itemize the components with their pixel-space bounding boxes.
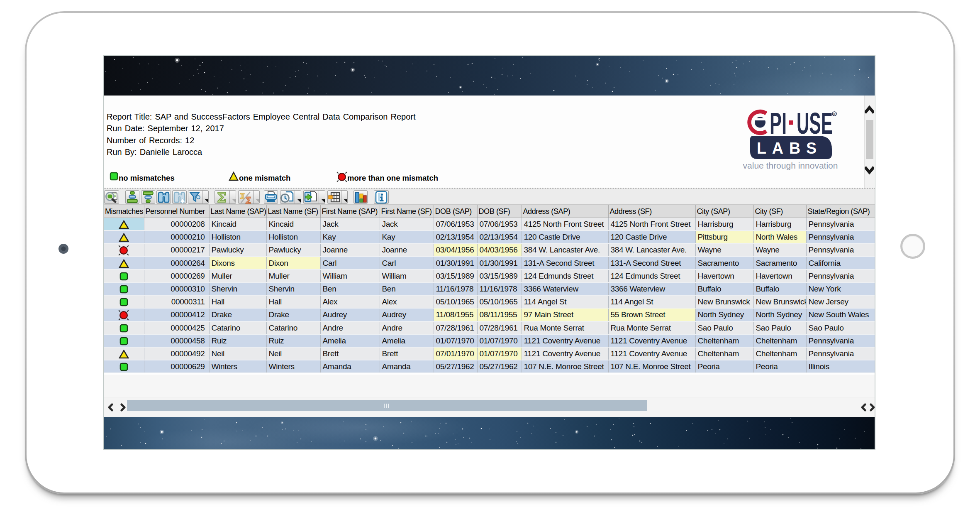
svg-text:USE: USE bbox=[797, 108, 833, 140]
svg-text:R: R bbox=[833, 113, 836, 116]
svg-text:value through innovation: value through innovation bbox=[743, 161, 838, 170]
svg-text:PI: PI bbox=[770, 108, 787, 140]
svg-text:LABS: LABS bbox=[757, 140, 822, 157]
